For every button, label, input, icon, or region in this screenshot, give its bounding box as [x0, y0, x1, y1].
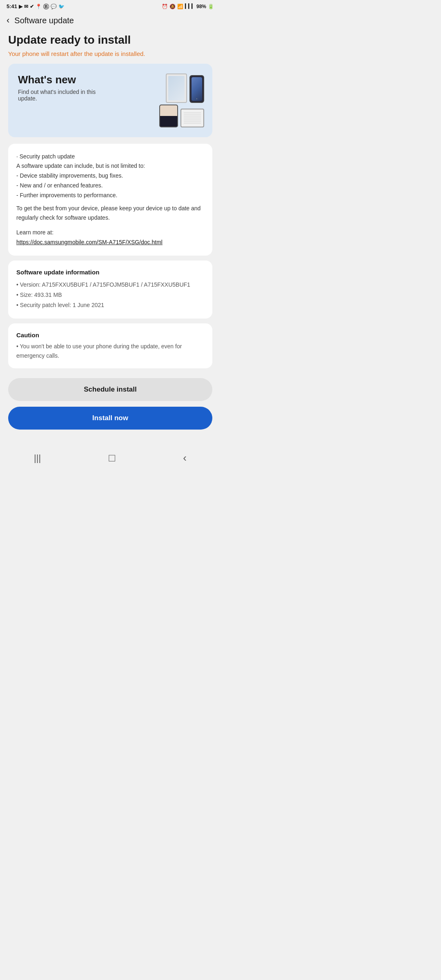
learn-more-link[interactable]: https://doc.samsungmobile.com/SM-A715F/X… [16, 239, 163, 245]
mute-icon: 🔕 [169, 4, 176, 9]
bsafe-icon: B [43, 4, 49, 9]
whats-new-card[interactable]: What's new Find out what's included in t… [8, 64, 212, 137]
whats-new-text: What's new Find out what's included in t… [18, 74, 100, 102]
install-now-button[interactable]: Install now [8, 407, 212, 430]
device-row-top [166, 74, 204, 103]
back-button[interactable]: ‹ [7, 15, 9, 26]
notepad-illustration [180, 109, 204, 127]
page-content: Update ready to install Your phone will … [0, 30, 220, 446]
battery-icon: 🔋 [208, 4, 214, 9]
main-title: Update ready to install [8, 33, 212, 47]
home-button[interactable]: □ [109, 452, 115, 464]
top-bar: ‹ Software update [0, 11, 220, 30]
status-time: 5:41 [7, 3, 17, 9]
restart-notice: Your phone will restart after the update… [8, 50, 212, 57]
signal-icon: ▎▎▎ [185, 4, 195, 9]
email-icon: ✉ [24, 4, 28, 9]
fold-illustration [159, 105, 178, 127]
battery-text: 98% [196, 4, 206, 9]
recent-apps-button[interactable]: ||| [34, 453, 41, 463]
youtube-icon: ▶ [19, 4, 22, 9]
tablet-illustration [166, 74, 187, 103]
wifi-icon: 📶 [177, 4, 183, 9]
caution-title: Caution [16, 332, 204, 339]
back-nav-button[interactable]: ‹ [183, 452, 187, 464]
detail-line4: - New and / or enhanced features. [16, 181, 204, 191]
detail-line3: - Device stability improvements, bug fix… [16, 171, 204, 181]
sw-patch: • Security patch level: 1 June 2021 [16, 300, 204, 310]
learn-more-label: Learn more at: [16, 228, 204, 238]
whats-new-subtext: Find out what's included in this update. [18, 89, 100, 102]
twitter-icon: 🐦 [58, 4, 65, 9]
sw-size: • Size: 493.31 MB [16, 290, 204, 300]
schedule-install-button[interactable]: Schedule install [8, 378, 212, 401]
detail-line1: · Security patch update [16, 152, 204, 162]
detail-line5: - Further improvements to performance. [16, 191, 204, 200]
sw-version: • Version: A715FXXU5BUF1 / A715FOJM5BUF1… [16, 280, 204, 290]
status-bar: 5:41 ▶ ✉ ✔ 📍 B 💬 🐦 ⏰ 🔕 📶 ▎▎▎ 98% 🔋 [0, 0, 220, 11]
location-icon: 📍 [36, 4, 42, 9]
caution-text: • You won't be able to use your phone du… [16, 342, 204, 360]
detail-line6: To get the best from your device, please… [16, 204, 204, 223]
bottom-nav: ||| □ ‹ [0, 446, 220, 472]
status-left: 5:41 ▶ ✉ ✔ 📍 B 💬 🐦 [7, 3, 65, 9]
alarm-icon: ⏰ [162, 4, 168, 9]
detail-line2: A software update can include, but is no… [16, 161, 204, 171]
status-right: ⏰ 🔕 📶 ▎▎▎ 98% 🔋 [162, 4, 214, 9]
page-title: Software update [14, 16, 74, 25]
whatsapp-icon: 💬 [51, 4, 57, 9]
sw-info-title: Software update information [16, 269, 204, 276]
whats-new-heading: What's new [18, 74, 100, 86]
caution-card: Caution • You won't be able to use your … [8, 323, 212, 368]
phone-illustration [189, 75, 204, 103]
sw-info-card: Software update information • Version: A… [8, 261, 212, 319]
whats-new-images [159, 74, 204, 127]
update-details-section: · Security patch update A software updat… [8, 144, 212, 256]
update-info-text: · Security patch update A software updat… [16, 152, 204, 247]
device-row-bottom [159, 105, 204, 127]
check-icon: ✔ [30, 4, 34, 9]
